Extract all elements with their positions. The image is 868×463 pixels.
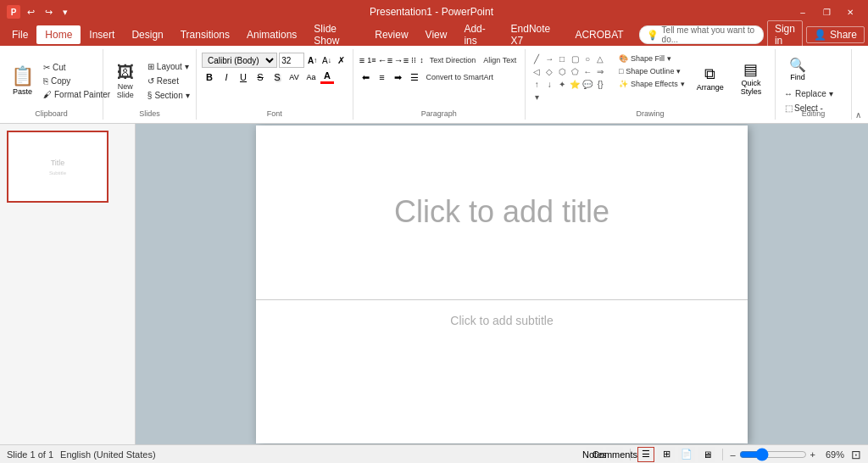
subtitle-placeholder-text: Click to add subtitle [450, 314, 553, 327]
slide-canvas[interactable]: Click to add title Click to add subtitle [256, 126, 748, 443]
shape-outline-icon: □ [619, 67, 623, 75]
underline-button[interactable]: U [236, 70, 251, 85]
left-align-button[interactable]: ⬅ [359, 70, 374, 85]
menu-acrobat[interactable]: ACROBAT [566, 25, 632, 44]
shape-diamond[interactable]: ◇ [543, 65, 555, 77]
shape-triangle[interactable]: △ [594, 53, 606, 64]
paste-button[interactable]: 📋 Paste [5, 55, 40, 106]
align-text-button[interactable]: Align Text [480, 54, 520, 66]
menu-home[interactable]: Home [36, 25, 81, 44]
shape-star5[interactable]: ⭐ [569, 78, 581, 90]
text-shadow-button[interactable]: S [270, 70, 285, 85]
quick-styles-button[interactable]: ▤ Quick Styles [732, 53, 770, 103]
slide-thumb-title: Title [49, 159, 66, 167]
bullets-button[interactable]: ≡ [359, 53, 366, 68]
undo-button[interactable]: ↩ [24, 5, 38, 20]
sign-in-button[interactable]: Sign in [767, 20, 803, 49]
justify-button[interactable]: ☰ [407, 70, 422, 85]
convert-smartart-button[interactable]: Convert to SmartArt [423, 71, 498, 83]
title-bar: P ↩ ↪ ▾ Presentation1 - PowerPoint – ❐ ✕ [0, 0, 868, 24]
share-button[interactable]: 👤 Share [806, 26, 865, 43]
share-icon: 👤 [814, 29, 826, 41]
shape-leftarrow[interactable]: ← [581, 65, 593, 77]
shape-rect[interactable]: □ [556, 53, 568, 64]
section-button[interactable]: § Section▾ [144, 89, 193, 102]
columns-button[interactable]: ⁞⁞ [409, 53, 417, 68]
tell-me-text: Tell me what you want to do... [662, 25, 756, 44]
shape-fill-button[interactable]: 🎨 Shape Fill▾ [615, 53, 688, 64]
redo-button[interactable]: ↪ [42, 5, 56, 20]
line-spacing-button[interactable]: ↕ [418, 53, 426, 68]
title-placeholder[interactable]: Click to add title [256, 126, 748, 300]
reset-button[interactable]: ↺ Reset [144, 75, 193, 87]
layout-button[interactable]: ⊞ Layout▾ [144, 60, 193, 73]
shape-oval[interactable]: ○ [581, 53, 593, 64]
main-content: 1 Title Subtitle Click to add title Clic… [0, 124, 868, 444]
menu-file[interactable]: File [3, 25, 36, 44]
customize-quick-access[interactable]: ▾ [59, 5, 71, 20]
new-slide-icon: 🖼 [117, 63, 134, 82]
strikethrough-button[interactable]: S [253, 70, 268, 85]
bold-button[interactable]: B [202, 70, 217, 85]
shape-rtriangle[interactable]: ◁ [531, 65, 542, 77]
cut-icon: ✂ [43, 63, 50, 72]
shape-star4[interactable]: ✦ [556, 78, 568, 90]
clear-formatting-button[interactable]: ✗ [335, 53, 348, 68]
decrease-font-size-button[interactable]: A↓ [320, 53, 333, 68]
shape-downarrow[interactable]: ↓ [543, 78, 555, 90]
shape-hex[interactable]: ⬡ [556, 65, 568, 77]
shape-pentagon[interactable]: ⬠ [569, 65, 581, 77]
tell-me-box[interactable]: 💡 Tell me what you want to do... [639, 25, 764, 44]
replace-button[interactable]: ↔ Replace▾ [781, 87, 846, 100]
shape-rightarrow[interactable]: ⇒ [594, 65, 606, 77]
shape-roundrect[interactable]: ▢ [569, 53, 581, 64]
new-slide-button[interactable]: 🖼 New Slide [108, 51, 142, 110]
slide-thumbnail-1[interactable]: 1 Title Subtitle [7, 131, 128, 203]
font-size-input[interactable] [279, 53, 304, 68]
shape-line[interactable]: ╱ [531, 53, 542, 64]
menu-endnote[interactable]: EndNote X7 [503, 20, 567, 50]
arrange-button[interactable]: ⧉ Arrange [692, 53, 729, 103]
shape-outline-button[interactable]: □ Shape Outline▾ [615, 65, 688, 77]
menu-transitions[interactable]: Transitions [172, 25, 238, 44]
right-align-button[interactable]: ➡ [391, 70, 406, 85]
menu-insert[interactable]: Insert [81, 25, 123, 44]
char-spacing-button[interactable]: AV [287, 70, 302, 85]
shape-more[interactable]: ▾ [531, 91, 542, 103]
italic-button[interactable]: I [219, 70, 234, 85]
close-button[interactable]: ✕ [839, 3, 861, 20]
shape-uparrow[interactable]: ↑ [531, 78, 542, 90]
font-family-selector[interactable]: Calibri (Body) [202, 53, 277, 68]
increase-font-size-button[interactable]: A↑ [306, 53, 319, 68]
decrease-indent-button[interactable]: ←≡ [377, 53, 392, 68]
app-icon: P [7, 5, 20, 19]
font-color-button[interactable]: A [320, 70, 334, 84]
menu-review[interactable]: Review [366, 25, 416, 44]
menu-view[interactable]: View [417, 25, 456, 44]
find-button[interactable]: 🔍 Find [781, 53, 815, 86]
shape-callout[interactable]: 💬 [581, 78, 593, 90]
center-align-button[interactable]: ≡ [375, 70, 390, 85]
slide-panel: 1 Title Subtitle [0, 124, 136, 444]
text-direction-button[interactable]: Text Direction [426, 54, 480, 66]
minimize-button[interactable]: – [792, 3, 814, 20]
editing-label: Editing [776, 109, 851, 118]
menu-slideshow[interactable]: Slide Show [305, 20, 366, 50]
menu-design[interactable]: Design [123, 25, 171, 44]
slide-thumb[interactable]: Title Subtitle [7, 131, 108, 203]
paragraph-group: ≡ 1≡ ←≡ →≡ ⁞⁞ ↕ Text Direction Align Tex… [353, 49, 526, 120]
numbering-button[interactable]: 1≡ [366, 53, 376, 68]
shape-arrow[interactable]: → [543, 53, 555, 64]
quick-styles-icon: ▤ [743, 60, 758, 79]
shape-brace[interactable]: {} [594, 78, 606, 90]
clipboard-group: 📋 Paste ✂ Cut ⎘ Copy 🖌 Format Painter Cl… [0, 49, 103, 120]
drawing-label: Drawing [526, 109, 775, 118]
ribbon-collapse-button[interactable]: ∧ [852, 110, 865, 120]
increase-indent-button[interactable]: →≡ [393, 53, 409, 68]
menu-addins[interactable]: Add-ins [455, 20, 502, 50]
restore-button[interactable]: ❐ [815, 3, 837, 20]
shape-effects-button[interactable]: ✨ Shape Effects▾ [615, 78, 688, 90]
menu-animations[interactable]: Animations [238, 25, 305, 44]
change-case-button[interactable]: Aa [303, 70, 319, 85]
subtitle-placeholder[interactable]: Click to add subtitle [256, 300, 748, 443]
